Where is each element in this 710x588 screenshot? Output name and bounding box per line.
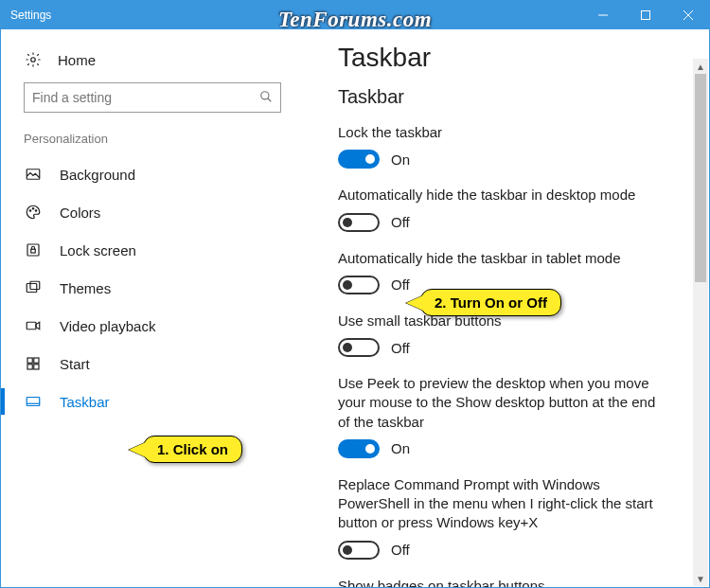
sidebar-item-label: Colors: [60, 205, 100, 221]
toggle-state: Off: [391, 276, 410, 293]
taskbar-icon: [24, 392, 43, 411]
callout-1: 1. Click on: [143, 436, 242, 463]
maximize-button[interactable]: [624, 1, 666, 29]
toggle-state: On: [391, 440, 410, 456]
search-icon: [259, 90, 273, 106]
scrollbar[interactable]: ▲ ▼: [693, 59, 708, 586]
svg-rect-18: [27, 365, 32, 369]
video-icon: [24, 316, 43, 335]
picture-icon: [24, 165, 43, 184]
svg-rect-15: [27, 322, 36, 330]
setting-autohide-tablet: Automatically hide the taskbar in tablet…: [338, 249, 692, 294]
sidebar-item-label: Start: [60, 356, 90, 372]
settings-window: Settings TenForums.com Home Find a setti: [0, 0, 710, 588]
lock-screen-icon: [24, 241, 43, 259]
setting-peek: Use Peek to preview the desktop when you…: [338, 374, 692, 458]
toggle-peek[interactable]: [338, 439, 380, 458]
toggle-small-buttons[interactable]: [338, 338, 380, 357]
themes-icon: [24, 278, 43, 297]
search-placeholder: Find a setting: [32, 90, 112, 105]
setting-label: Replace Command Prompt with Windows Powe…: [338, 475, 660, 533]
setting-lock-taskbar: Lock the taskbar On: [338, 123, 692, 169]
svg-rect-1: [641, 11, 649, 20]
titlebar: Settings: [1, 1, 709, 29]
home-button[interactable]: Home: [1, 46, 304, 82]
setting-autohide-desktop: Automatically hide the taskbar in deskto…: [338, 186, 692, 231]
svg-point-5: [261, 91, 269, 98]
maximize-icon: [641, 10, 650, 20]
svg-rect-13: [27, 284, 37, 293]
svg-point-4: [31, 58, 36, 62]
sidebar-item-background[interactable]: Background: [1, 155, 304, 193]
toggle-state: Off: [391, 214, 410, 230]
search-input[interactable]: Find a setting: [24, 82, 281, 113]
home-label: Home: [58, 52, 96, 68]
sidebar-item-label: Themes: [60, 280, 111, 296]
svg-rect-14: [30, 281, 40, 289]
minimize-button[interactable]: [581, 1, 624, 29]
toggle-powershell[interactable]: [338, 541, 380, 560]
close-icon: [683, 10, 693, 20]
window-title: Settings: [1, 9, 51, 22]
svg-rect-12: [31, 249, 36, 253]
setting-small-buttons: Use small taskbar buttons Off: [338, 312, 692, 357]
setting-label: Automatically hide the taskbar in deskto…: [338, 186, 660, 205]
sidebar: Home Find a setting Personalization Back…: [1, 29, 304, 587]
sidebar-item-colors[interactable]: Colors: [1, 193, 304, 231]
toggle-autohide-tablet[interactable]: [338, 276, 380, 294]
svg-point-8: [29, 210, 31, 212]
svg-point-10: [35, 210, 37, 212]
setting-powershell: Replace Command Prompt with Windows Powe…: [338, 475, 692, 560]
sidebar-item-taskbar[interactable]: Taskbar: [1, 383, 304, 420]
setting-label: Lock the taskbar: [338, 123, 660, 142]
window-controls: [581, 1, 709, 29]
toggle-autohide-desktop[interactable]: [338, 213, 380, 232]
setting-badges: Show badges on taskbar buttons On: [338, 577, 692, 588]
setting-label: Use Peek to preview the desktop when you…: [338, 374, 660, 432]
gear-icon: [24, 50, 43, 69]
sidebar-item-start[interactable]: Start: [1, 345, 304, 383]
start-icon: [24, 354, 43, 373]
svg-rect-16: [27, 358, 32, 363]
sidebar-item-label: Taskbar: [60, 394, 110, 410]
sidebar-item-video-playback[interactable]: Video playback: [1, 307, 304, 345]
sidebar-item-label: Video playback: [60, 318, 155, 334]
close-button[interactable]: [666, 1, 709, 29]
palette-icon: [24, 203, 43, 222]
svg-rect-17: [34, 358, 39, 363]
toggle-state: Off: [391, 340, 410, 356]
svg-rect-19: [34, 365, 39, 369]
toggle-state: Off: [391, 542, 410, 558]
svg-line-6: [268, 98, 272, 101]
svg-point-9: [32, 208, 34, 210]
sidebar-item-label: Background: [60, 167, 135, 183]
toggle-state: On: [391, 151, 410, 168]
setting-label: Automatically hide the taskbar in tablet…: [338, 249, 660, 268]
minimize-icon: [598, 10, 608, 20]
callout-2: 2. Turn On or Off: [420, 289, 561, 316]
sidebar-item-label: Lock screen: [60, 242, 136, 258]
scroll-up-icon[interactable]: ▲: [693, 59, 708, 74]
scroll-down-icon[interactable]: ▼: [693, 571, 708, 586]
sidebar-item-lock-screen[interactable]: Lock screen: [1, 231, 304, 269]
page-title: Taskbar: [338, 43, 692, 73]
toggle-lock-taskbar[interactable]: [338, 150, 380, 169]
category-label: Personalization: [1, 132, 304, 155]
svg-rect-20: [27, 398, 40, 406]
sidebar-item-themes[interactable]: Themes: [1, 269, 304, 307]
setting-label: Show badges on taskbar buttons: [338, 577, 660, 588]
section-heading: Taskbar: [338, 86, 692, 108]
scroll-thumb[interactable]: [695, 74, 706, 282]
